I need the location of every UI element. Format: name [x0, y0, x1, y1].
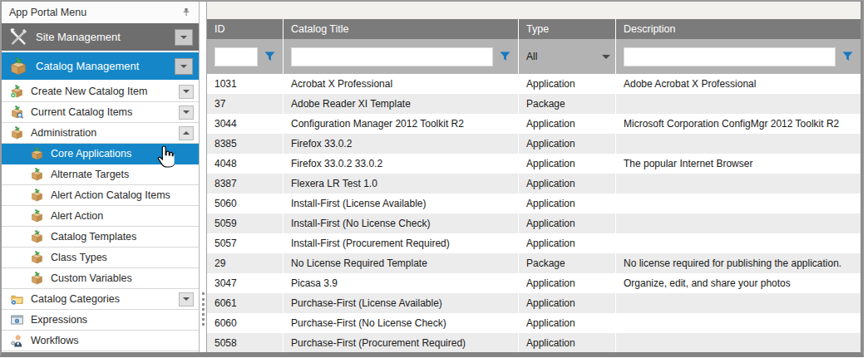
table-row[interactable]: 6060 Purchase-First (No License Check) A…: [207, 313, 861, 333]
table-row[interactable]: 5057 Install-First (Procurement Required…: [207, 233, 861, 253]
box-plus-icon: [10, 85, 24, 98]
cell-catalog-title: Configuration Manager 2012 Toolkit R2: [283, 114, 518, 134]
group-collapse-button[interactable]: [175, 29, 193, 46]
sidebar-item-expressions[interactable]: Expressions: [2, 310, 199, 331]
cell-description: Adobe Acrobat X Professional: [615, 74, 861, 94]
sidebar-item-workflows[interactable]: Workflows: [2, 331, 199, 351]
sidebar-item-label: Alternate Targets: [51, 169, 129, 180]
description-filter-input[interactable]: [624, 47, 836, 66]
item-collapse-button[interactable]: [179, 85, 194, 99]
sidebar-item-label: Custom Variables: [51, 272, 132, 284]
tools-icon: [8, 28, 28, 47]
cell-type: Application: [518, 293, 615, 313]
cell-description: Organize, edit, and share your photos: [615, 273, 861, 293]
cell-description: [615, 213, 861, 233]
sidebar-item-label: Alert Action: [51, 210, 103, 222]
sidebar-item-create-new-catalog-item[interactable]: Create New Catalog Item: [2, 81, 199, 102]
table-row[interactable]: 5060 Install-First (License Available) A…: [207, 194, 861, 213]
type-filter-dropdown[interactable]: All: [519, 51, 615, 62]
window-icon: [10, 313, 24, 326]
table-body: 1031 Acrobat X Professional Application …: [207, 74, 861, 352]
filter-cell-id: [207, 39, 283, 74]
sidebar-item-class-types[interactable]: Class Types: [2, 248, 199, 268]
splitter-grip-icon[interactable]: [202, 292, 205, 326]
column-header-description[interactable]: Description: [615, 19, 861, 39]
group-label: Site Management: [36, 31, 175, 43]
table-row[interactable]: 4048 Firefox 33.0.2 33.0.2 Application T…: [207, 154, 861, 174]
app-window: App Portal Menu Site Management Catalog …: [0, 0, 864, 357]
cell-type: Package: [518, 253, 615, 273]
cell-type: Application: [518, 194, 615, 213]
item-collapse-button[interactable]: [179, 292, 194, 307]
cell-description: [615, 194, 861, 213]
cell-type: Application: [518, 313, 615, 333]
cell-catalog-title: Acrobat X Professional: [283, 74, 518, 94]
sidebar-group-catalog-management[interactable]: Catalog Management: [2, 52, 199, 80]
table-row[interactable]: 8387 Flexera LR Test 1.0 Application: [207, 174, 861, 194]
sidebar-item-catalog-categories[interactable]: Catalog Categories: [2, 289, 199, 310]
sidebar-item-label: Workflows: [31, 335, 78, 346]
table-row[interactable]: 37 Adobe Reader XI Template Package: [207, 94, 861, 114]
table-row[interactable]: 3047 Picasa 3.9 Application Organize, ed…: [207, 273, 861, 293]
cell-catalog-title: Firefox 33.0.2 33.0.2: [283, 154, 518, 174]
cell-catalog-title: Picasa 3.9: [283, 273, 518, 293]
column-header-id[interactable]: ID: [207, 19, 283, 39]
cell-type: Package: [518, 94, 615, 114]
sidebar-item-alternate-targets[interactable]: Alternate Targets: [2, 164, 199, 185]
table-row[interactable]: 5059 Install-First (No License Check) Ap…: [207, 213, 861, 233]
table-row[interactable]: 29 No License Required Template Package …: [207, 253, 861, 273]
cell-description: No license required for publishing the a…: [615, 253, 861, 273]
pin-icon[interactable]: [181, 7, 191, 17]
sidebar-group-site-management[interactable]: Site Management: [2, 23, 199, 51]
cell-type: Application: [518, 134, 615, 154]
filter-cell-title: [283, 39, 518, 74]
table-row[interactable]: 8385 Firefox 33.0.2 Application: [207, 134, 861, 154]
filter-funnel-icon[interactable]: [842, 51, 853, 61]
box-search-icon: [10, 105, 24, 119]
box-icon: [10, 126, 24, 140]
filter-funnel-icon[interactable]: [264, 51, 275, 61]
sidebar-item-catalog-templates[interactable]: Catalog Templates: [2, 227, 199, 248]
column-header-catalog-title[interactable]: Catalog Title: [283, 19, 518, 39]
cell-description: Microsoft Corporation ConfigMgr 2012 Too…: [615, 114, 861, 134]
table-row[interactable]: 6061 Purchase-First (License Available) …: [207, 293, 861, 313]
item-collapse-button[interactable]: [179, 126, 194, 140]
table-row[interactable]: 5058 Purchase-First (Procurement Require…: [207, 333, 861, 352]
cell-catalog-title: Purchase-First (License Available): [283, 293, 518, 313]
sidebar-item-label: Catalog Templates: [51, 231, 136, 243]
cell-description: [615, 174, 861, 194]
filter-funnel-icon[interactable]: [500, 51, 510, 61]
type-filter-value: All: [526, 51, 537, 62]
table-row[interactable]: 3044 Configuration Manager 2012 Toolkit …: [207, 114, 861, 134]
sidebar-item-administration[interactable]: Administration: [2, 123, 199, 144]
sidebar-item-core-applications[interactable]: Core Applications: [2, 144, 199, 164]
grid-header-row: ID Catalog Title Type Description: [207, 19, 861, 39]
column-header-type[interactable]: Type: [518, 19, 615, 39]
group-collapse-button[interactable]: [175, 58, 193, 75]
box-icon: [30, 168, 44, 181]
chevron-icon: [183, 90, 190, 93]
dropdown-arrow-icon: [602, 55, 610, 59]
sidebar-title: App Portal Menu: [9, 7, 181, 18]
title-filter-input[interactable]: [291, 47, 493, 66]
cell-id: 37: [207, 94, 283, 114]
box-icon: [30, 209, 44, 223]
id-filter-input[interactable]: [215, 47, 258, 66]
table-row[interactable]: 1031 Acrobat X Professional Application …: [207, 74, 861, 94]
cell-catalog-title: Adobe Reader XI Template: [283, 94, 518, 114]
sidebar-item-current-catalog-items[interactable]: Current Catalog Items: [2, 102, 199, 123]
cell-id: 3047: [207, 273, 283, 293]
chevron-icon: [183, 110, 190, 114]
cell-type: Application: [518, 213, 615, 233]
cell-id: 8387: [207, 174, 283, 194]
cell-type: Application: [518, 273, 615, 293]
pane-splitter[interactable]: [200, 2, 206, 352]
cell-id: 4048: [207, 154, 283, 174]
sidebar-item-alert-action-catalog-items[interactable]: Alert Action Catalog Items: [2, 185, 199, 206]
sidebar-item-alert-action[interactable]: Alert Action: [2, 206, 199, 227]
person-gear-icon: [10, 334, 24, 347]
item-collapse-button[interactable]: [179, 105, 194, 120]
sidebar-item-custom-variables[interactable]: Custom Variables: [2, 268, 199, 289]
cell-id: 6060: [207, 313, 283, 333]
sidebar-titlebar: App Portal Menu: [2, 2, 199, 23]
